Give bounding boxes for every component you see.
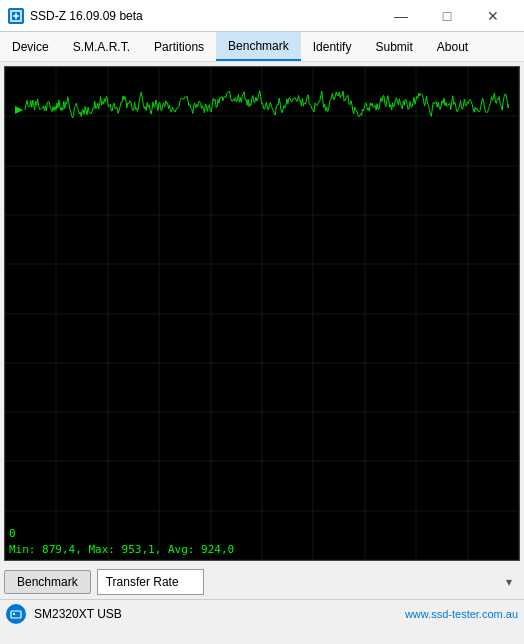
menu-item-benchmark[interactable]: Benchmark [216, 32, 301, 61]
menu-item-device[interactable]: Device [0, 32, 61, 61]
menu-item-smart[interactable]: S.M.A.R.T. [61, 32, 142, 61]
minimize-button[interactable]: — [378, 0, 424, 32]
transfer-rate-select[interactable]: Transfer RateSequential ReadSequential W… [97, 569, 204, 595]
benchmark-chart [5, 67, 519, 560]
app-icon [8, 8, 24, 24]
title-bar: SSD-Z 16.09.09 beta — □ ✕ [0, 0, 524, 32]
chart-area: 960 Work in Progress - Results Unreliabl… [4, 66, 520, 561]
status-bar: SM2320XT USB www.ssd-tester.com.au [0, 599, 524, 627]
window-controls: — □ ✕ [378, 0, 516, 32]
close-button[interactable]: ✕ [470, 0, 516, 32]
menu-item-about[interactable]: About [425, 32, 480, 61]
menu-bar: DeviceS.M.A.R.T.PartitionsBenchmarkIdent… [0, 32, 524, 62]
menu-item-partitions[interactable]: Partitions [142, 32, 216, 61]
chart-min-label: 0 [9, 527, 16, 540]
device-icon [6, 604, 26, 624]
bottom-controls: Benchmark Transfer RateSequential ReadSe… [0, 565, 524, 599]
menu-item-submit[interactable]: Submit [363, 32, 424, 61]
chart-stats-label: Min: 879,4, Max: 953,1, Avg: 924,0 [9, 543, 234, 556]
benchmark-button[interactable]: Benchmark [4, 570, 91, 594]
svg-rect-3 [11, 611, 21, 618]
window-title: SSD-Z 16.09.09 beta [30, 9, 143, 23]
website-url: www.ssd-tester.com.au [405, 608, 518, 620]
device-name: SM2320XT USB [34, 607, 397, 621]
transfer-select-wrapper: Transfer RateSequential ReadSequential W… [97, 569, 520, 595]
svg-rect-4 [13, 613, 15, 615]
maximize-button[interactable]: □ [424, 0, 470, 32]
menu-item-identify[interactable]: Identify [301, 32, 364, 61]
title-bar-left: SSD-Z 16.09.09 beta [8, 8, 143, 24]
